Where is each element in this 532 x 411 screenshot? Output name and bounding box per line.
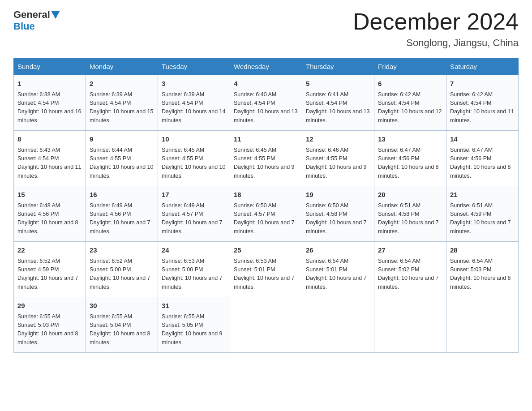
day-number: 28 — [450, 245, 515, 256]
day-info: Sunrise: 6:39 AMSunset: 4:54 PMDaylight:… — [90, 91, 153, 124]
calendar-cell: 1Sunrise: 6:38 AMSunset: 4:54 PMDaylight… — [14, 75, 86, 131]
day-info: Sunrise: 6:53 AMSunset: 5:00 PMDaylight:… — [162, 258, 223, 290]
day-info: Sunrise: 6:38 AMSunset: 4:54 PMDaylight:… — [17, 91, 81, 124]
header-day-wednesday: Wednesday — [230, 58, 302, 75]
day-number: 18 — [234, 190, 298, 200]
header-day-sunday: Sunday — [14, 58, 86, 75]
day-number: 23 — [90, 245, 154, 256]
day-number: 4 — [234, 79, 298, 89]
calendar-cell: 14Sunrise: 6:47 AMSunset: 4:56 PMDayligh… — [446, 131, 519, 186]
day-number: 3 — [162, 79, 226, 89]
day-number: 17 — [162, 190, 226, 200]
day-info: Sunrise: 6:51 AMSunset: 4:58 PMDaylight:… — [378, 202, 439, 235]
calendar-cell: 2Sunrise: 6:39 AMSunset: 4:54 PMDaylight… — [86, 75, 158, 131]
day-info: Sunrise: 6:54 AMSunset: 5:03 PMDaylight:… — [450, 258, 511, 290]
day-info: Sunrise: 6:39 AMSunset: 4:54 PMDaylight:… — [162, 91, 225, 124]
day-info: Sunrise: 6:51 AMSunset: 4:59 PMDaylight:… — [450, 202, 511, 235]
month-title: December 2024 — [353, 9, 519, 34]
day-number: 31 — [162, 301, 226, 311]
day-info: Sunrise: 6:48 AMSunset: 4:56 PMDaylight:… — [17, 202, 78, 235]
header-day-monday: Monday — [86, 58, 158, 75]
day-info: Sunrise: 6:55 AMSunset: 5:04 PMDaylight:… — [90, 313, 150, 346]
day-info: Sunrise: 6:52 AMSunset: 4:59 PMDaylight:… — [17, 258, 78, 290]
day-number: 5 — [306, 79, 370, 89]
week-row-3: 15Sunrise: 6:48 AMSunset: 4:56 PMDayligh… — [14, 186, 519, 242]
calendar-cell: 13Sunrise: 6:47 AMSunset: 4:56 PMDayligh… — [374, 131, 446, 186]
calendar-cell: 29Sunrise: 6:55 AMSunset: 5:03 PMDayligh… — [14, 297, 86, 353]
day-number: 16 — [90, 190, 154, 200]
calendar-cell: 20Sunrise: 6:51 AMSunset: 4:58 PMDayligh… — [374, 186, 446, 242]
day-number: 22 — [17, 245, 82, 256]
calendar-cell: 5Sunrise: 6:41 AMSunset: 4:54 PMDaylight… — [302, 75, 374, 131]
calendar-cell: 23Sunrise: 6:52 AMSunset: 5:00 PMDayligh… — [86, 242, 158, 297]
day-info: Sunrise: 6:40 AMSunset: 4:54 PMDaylight:… — [234, 91, 297, 124]
logo-blue-text: Blue — [13, 21, 35, 32]
day-info: Sunrise: 6:55 AMSunset: 5:03 PMDaylight:… — [17, 313, 78, 346]
calendar-cell — [230, 297, 302, 353]
day-number: 21 — [450, 190, 515, 200]
day-number: 9 — [90, 134, 154, 145]
day-info: Sunrise: 6:42 AMSunset: 4:54 PMDaylight:… — [450, 91, 514, 124]
day-info: Sunrise: 6:42 AMSunset: 4:54 PMDaylight:… — [378, 91, 442, 124]
logo: General Blue — [13, 9, 61, 32]
calendar-cell: 3Sunrise: 6:39 AMSunset: 4:54 PMDaylight… — [158, 75, 230, 131]
day-info: Sunrise: 6:44 AMSunset: 4:55 PMDaylight:… — [90, 147, 153, 179]
day-number: 15 — [17, 190, 82, 200]
calendar-body: 1Sunrise: 6:38 AMSunset: 4:54 PMDaylight… — [14, 75, 519, 353]
day-number: 20 — [378, 190, 442, 200]
day-number: 2 — [90, 79, 154, 89]
location: Songlong, Jiangsu, China — [353, 37, 519, 49]
day-number: 27 — [378, 245, 442, 256]
calendar-cell: 12Sunrise: 6:46 AMSunset: 4:55 PMDayligh… — [302, 131, 374, 186]
day-number: 26 — [306, 245, 370, 256]
calendar-cell: 17Sunrise: 6:49 AMSunset: 4:57 PMDayligh… — [158, 186, 230, 242]
calendar-cell — [446, 297, 519, 353]
calendar-cell — [302, 297, 374, 353]
header-day-friday: Friday — [374, 58, 446, 75]
week-row-5: 29Sunrise: 6:55 AMSunset: 5:03 PMDayligh… — [14, 297, 519, 353]
week-row-2: 8Sunrise: 6:43 AMSunset: 4:54 PMDaylight… — [14, 131, 519, 186]
calendar-cell: 31Sunrise: 6:55 AMSunset: 5:05 PMDayligh… — [158, 297, 230, 353]
day-info: Sunrise: 6:46 AMSunset: 4:55 PMDaylight:… — [306, 147, 367, 179]
day-number: 24 — [162, 245, 226, 256]
logo-general: General — [13, 9, 50, 21]
calendar-cell: 18Sunrise: 6:50 AMSunset: 4:57 PMDayligh… — [230, 186, 302, 242]
day-number: 8 — [17, 134, 82, 145]
day-number: 14 — [450, 134, 515, 145]
day-number: 7 — [450, 79, 515, 89]
calendar-cell: 4Sunrise: 6:40 AMSunset: 4:54 PMDaylight… — [230, 75, 302, 131]
day-number: 30 — [90, 301, 154, 311]
day-info: Sunrise: 6:49 AMSunset: 4:56 PMDaylight:… — [90, 202, 150, 235]
calendar-cell: 11Sunrise: 6:45 AMSunset: 4:55 PMDayligh… — [230, 131, 302, 186]
calendar-cell: 27Sunrise: 6:54 AMSunset: 5:02 PMDayligh… — [374, 242, 446, 297]
day-info: Sunrise: 6:53 AMSunset: 5:01 PMDaylight:… — [234, 258, 295, 290]
calendar-cell: 30Sunrise: 6:55 AMSunset: 5:04 PMDayligh… — [86, 297, 158, 353]
day-number: 25 — [234, 245, 298, 256]
title-section: December 2024 Songlong, Jiangsu, China — [353, 9, 519, 49]
day-info: Sunrise: 6:55 AMSunset: 5:05 PMDaylight:… — [162, 313, 223, 346]
day-info: Sunrise: 6:45 AMSunset: 4:55 PMDaylight:… — [162, 147, 225, 179]
day-info: Sunrise: 6:45 AMSunset: 4:55 PMDaylight:… — [234, 147, 295, 179]
logo-text: General — [13, 9, 61, 21]
day-info: Sunrise: 6:49 AMSunset: 4:57 PMDaylight:… — [162, 202, 223, 235]
calendar-cell: 9Sunrise: 6:44 AMSunset: 4:55 PMDaylight… — [86, 131, 158, 186]
day-info: Sunrise: 6:47 AMSunset: 4:56 PMDaylight:… — [450, 147, 511, 179]
calendar-cell: 10Sunrise: 6:45 AMSunset: 4:55 PMDayligh… — [158, 131, 230, 186]
day-info: Sunrise: 6:50 AMSunset: 4:58 PMDaylight:… — [306, 202, 367, 235]
day-info: Sunrise: 6:52 AMSunset: 5:00 PMDaylight:… — [90, 258, 150, 290]
calendar-cell: 24Sunrise: 6:53 AMSunset: 5:00 PMDayligh… — [158, 242, 230, 297]
page-header: General Blue December 2024 Songlong, Jia… — [13, 9, 519, 49]
calendar-header: SundayMondayTuesdayWednesdayThursdayFrid… — [14, 58, 519, 75]
calendar-table: SundayMondayTuesdayWednesdayThursdayFrid… — [13, 58, 519, 353]
day-number: 29 — [17, 301, 82, 311]
day-info: Sunrise: 6:47 AMSunset: 4:56 PMDaylight:… — [378, 147, 439, 179]
calendar-cell: 21Sunrise: 6:51 AMSunset: 4:59 PMDayligh… — [446, 186, 519, 242]
day-info: Sunrise: 6:54 AMSunset: 5:02 PMDaylight:… — [378, 258, 439, 290]
day-number: 10 — [162, 134, 226, 145]
calendar-cell: 6Sunrise: 6:42 AMSunset: 4:54 PMDaylight… — [374, 75, 446, 131]
day-info: Sunrise: 6:54 AMSunset: 5:01 PMDaylight:… — [306, 258, 367, 290]
logo-triangle-icon — [51, 11, 60, 19]
header-day-saturday: Saturday — [446, 58, 519, 75]
calendar-cell: 19Sunrise: 6:50 AMSunset: 4:58 PMDayligh… — [302, 186, 374, 242]
header-day-tuesday: Tuesday — [158, 58, 230, 75]
